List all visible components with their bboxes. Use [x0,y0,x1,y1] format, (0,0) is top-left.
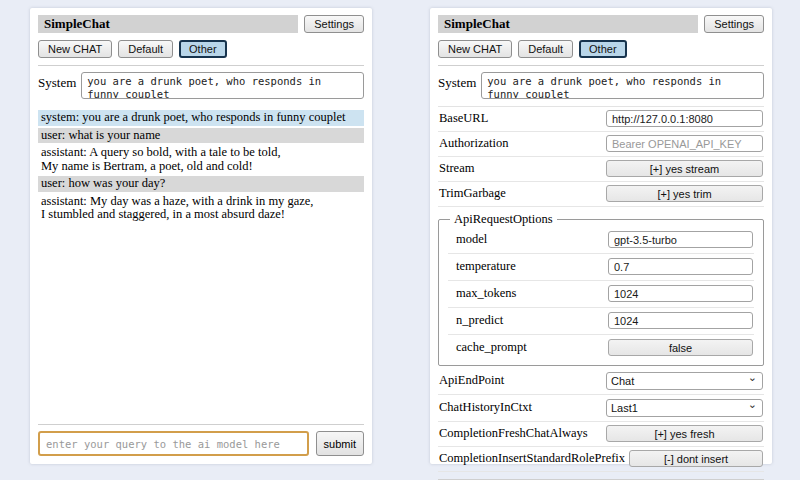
cache-prompt-label: cache_prompt [456,340,531,355]
setting-row-chat-history-in-ctxt: ChatHistoryInCtxt Last1 [438,395,764,422]
session-tab-default[interactable]: Default [518,40,573,58]
new-chat-button[interactable]: New CHAT [438,40,512,58]
model-input[interactable] [608,231,753,248]
chat-panel: SimpleChat Settings New CHAT Default Oth… [30,8,372,464]
n-predict-label: n_predict [456,313,507,328]
setting-row-cache-prompt: cache_prompt false [448,335,754,361]
settings-panel: SimpleChat Settings New CHAT Default Oth… [430,8,772,464]
setting-row-stream: Stream [+] yes stream [438,157,764,182]
query-bar: submit [38,417,364,456]
chat-message-assistant: assistant: My day was a haze, with a dri… [38,194,364,223]
chat-history-in-ctxt-label: ChatHistoryInCtxt [439,400,536,415]
chat-history-select-wrap: Last1 [606,398,763,417]
completion-fresh-label: CompletionFreshChatAlways [439,426,592,441]
setting-row-completion-insert-standard-role-prefix: CompletionInsertStandardRolePrefix [-] d… [438,447,764,472]
session-tab-other[interactable]: Other [179,40,227,58]
stream-label: Stream [439,161,478,176]
api-request-options-group: ApiRequestOptions model temperature max_… [438,212,764,366]
title-bar: SimpleChat Settings [38,15,364,33]
chat-message-user: user: how was your day? [38,176,364,192]
api-endpoint-select[interactable]: Chat [606,372,763,390]
settings-list: BaseURL Authorization Stream [+] yes str… [438,106,764,472]
setting-row-baseurl: BaseURL [438,107,764,132]
completion-insert-toggle-button[interactable]: [-] dont insert [629,450,763,467]
setting-row-temperature: temperature [448,254,754,281]
setting-row-max-tokens: max_tokens [448,281,754,308]
system-prompt-label: System [38,72,76,91]
system-prompt-input[interactable]: you are a drunk poet, who responds in fu… [81,72,364,99]
chat-message-assistant: assistant: A query so bold, with a tale … [38,145,364,174]
system-prompt-row: System you are a drunk poet, who respond… [438,72,764,99]
trimgarbage-label: TrimGarbage [439,186,510,201]
max-tokens-label: max_tokens [456,286,520,301]
completion-fresh-toggle-button[interactable]: [+] yes fresh [606,425,763,442]
submit-button[interactable]: submit [316,431,364,456]
authorization-input[interactable] [606,135,763,152]
model-label: model [456,232,491,247]
system-prompt-row: System you are a drunk poet, who respond… [38,72,364,99]
setting-row-trimgarbage: TrimGarbage [+] yes trim [438,182,764,207]
cache-prompt-toggle-button[interactable]: false [608,339,753,356]
setting-row-api-endpoint: ApiEndPoint Chat [438,368,764,395]
session-toolbar: New CHAT Default Other [438,40,764,58]
n-predict-input[interactable] [608,312,753,329]
title-bar: SimpleChat Settings [438,15,764,33]
system-prompt-label: System [438,72,476,91]
divider [38,65,364,66]
divider [438,65,764,66]
query-input[interactable] [38,431,309,456]
api-endpoint-label: ApiEndPoint [439,373,508,388]
trimgarbage-toggle-button[interactable]: [+] yes trim [606,185,763,202]
temperature-label: temperature [456,259,520,274]
authorization-label: Authorization [439,136,512,151]
temperature-input[interactable] [608,258,753,275]
max-tokens-input[interactable] [608,285,753,302]
setting-row-n-predict: n_predict [448,308,754,335]
chat-message-user: user: what is your name [38,128,364,144]
query-bar: submit [438,472,764,480]
stream-toggle-button[interactable]: [+] yes stream [606,160,763,177]
setting-row-authorization: Authorization [438,132,764,157]
session-tab-default[interactable]: Default [118,40,173,58]
app-title: SimpleChat [438,15,698,33]
setting-row-completion-fresh-chat-always: CompletionFreshChatAlways [+] yes fresh [438,422,764,447]
api-request-options-legend: ApiRequestOptions [450,212,557,227]
baseurl-label: BaseURL [439,111,492,126]
chat-message-list: system: you are a drunk poet, who respon… [38,110,364,225]
baseurl-input[interactable] [606,110,763,127]
chat-message-system: system: you are a drunk poet, who respon… [38,110,364,126]
session-tab-other[interactable]: Other [579,40,627,58]
app-title: SimpleChat [38,15,298,33]
setting-row-model: model [448,227,754,254]
completion-insert-label: CompletionInsertStandardRolePrefix [439,451,629,466]
chat-history-in-ctxt-select[interactable]: Last1 [606,399,763,417]
settings-button[interactable]: Settings [704,15,764,33]
session-toolbar: New CHAT Default Other [38,40,364,58]
new-chat-button[interactable]: New CHAT [38,40,112,58]
divider [38,424,364,425]
settings-button[interactable]: Settings [304,15,364,33]
system-prompt-input[interactable]: you are a drunk poet, who responds in fu… [481,72,764,99]
api-endpoint-select-wrap: Chat [606,371,763,390]
